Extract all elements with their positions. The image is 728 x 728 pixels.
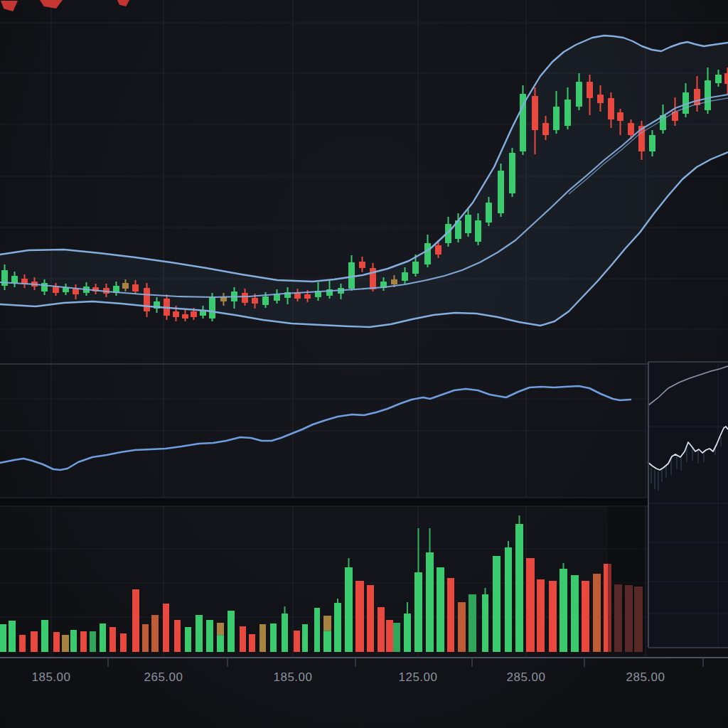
candle (532, 96, 538, 130)
candle (486, 203, 492, 223)
volume-bar (302, 624, 308, 652)
candle (435, 245, 441, 255)
volume-bar (515, 524, 523, 652)
candle (11, 276, 18, 283)
volume-bar (282, 614, 288, 652)
volume-bar (386, 620, 393, 652)
volume-bar (493, 556, 500, 652)
candle (220, 297, 227, 301)
candle (553, 107, 560, 130)
candle (694, 89, 700, 105)
volume-bar (270, 623, 277, 652)
volume-bar (206, 620, 213, 652)
volume-bar (571, 575, 579, 652)
volume-bar (294, 631, 300, 652)
volume-bar (582, 581, 589, 652)
candle (348, 262, 355, 289)
volume-bar (70, 630, 77, 652)
volume-bar (228, 611, 235, 652)
x-axis-label: 125.00 (399, 670, 438, 684)
panel-divider (0, 498, 648, 506)
candle (41, 283, 48, 291)
bollinger-band-fill (0, 36, 728, 327)
volume-bar (537, 579, 545, 652)
volume-bar (142, 624, 149, 652)
volume-bar (378, 607, 385, 652)
volume-bar (80, 631, 87, 652)
x-axis-label: 285.00 (507, 670, 546, 684)
candle (191, 311, 197, 317)
volume-bar (90, 631, 96, 652)
candle (509, 153, 515, 193)
volume-bar (334, 603, 341, 652)
chart-canvas[interactable]: 185.00265.00185.00125.00285.00285.00 (0, 0, 728, 728)
minimap-background (648, 362, 728, 648)
trading-chart-app: 185.00265.00185.00125.00285.00285.00 (0, 0, 728, 728)
volume-bar (53, 632, 60, 652)
volume-bar (393, 623, 400, 652)
candle (564, 100, 571, 126)
candle (498, 171, 504, 213)
candle (649, 135, 655, 151)
volume-bar-top (217, 623, 224, 635)
red-artifact (40, 0, 63, 9)
volume-bar (0, 624, 6, 652)
volume-bar (367, 585, 374, 652)
volume-bar (560, 569, 567, 652)
candle (122, 283, 129, 289)
x-axis-label: 185.00 (274, 670, 313, 684)
candle (628, 123, 634, 135)
candle (542, 123, 549, 135)
candle (465, 215, 471, 233)
volume-bar (505, 547, 512, 652)
volume-bar (41, 620, 48, 652)
volume-bar (240, 626, 246, 652)
volume-bar (109, 627, 116, 652)
x-axis-label: 265.00 (144, 670, 183, 684)
volume-bar (447, 578, 454, 652)
volume-bar (185, 627, 191, 652)
x-axis: 185.00265.00185.00125.00285.00285.00 (0, 658, 728, 684)
volume-bar (437, 567, 444, 652)
candle (597, 95, 604, 103)
candle (144, 288, 150, 311)
candle (53, 287, 59, 293)
volume-bar (151, 615, 159, 652)
volume-bar (482, 594, 488, 652)
volume-bar (196, 615, 203, 652)
candle (262, 296, 269, 305)
price-panel (0, 36, 728, 327)
volume-bar (132, 589, 139, 652)
candle (252, 298, 258, 304)
candle (608, 98, 614, 119)
volume-bar (174, 620, 181, 652)
volume-bar (120, 633, 127, 652)
minimap-panel (648, 362, 728, 648)
indicator-panel (0, 364, 728, 506)
candle (294, 293, 301, 299)
candle (359, 262, 365, 268)
volume-panel (0, 506, 645, 652)
volume-bar (355, 581, 364, 652)
candle (173, 311, 179, 317)
candle (475, 220, 481, 242)
volume-bar (323, 631, 331, 652)
volume-bar (526, 558, 535, 652)
candle (182, 314, 188, 318)
volume-bar (549, 581, 557, 652)
candle (132, 284, 139, 291)
candle (705, 80, 711, 110)
candle (402, 272, 408, 281)
candle (587, 82, 593, 98)
volume-bar (345, 567, 353, 652)
volume-bar (414, 572, 422, 652)
volume-bar (249, 634, 255, 652)
volume-dim-overlay (608, 506, 645, 652)
volume-bar (100, 623, 106, 652)
candle (617, 112, 623, 121)
volume-bar (259, 624, 266, 652)
volume-bar (217, 635, 224, 652)
volume-bar (404, 614, 411, 652)
volume-bar (163, 604, 169, 652)
volume-bar (314, 608, 320, 652)
